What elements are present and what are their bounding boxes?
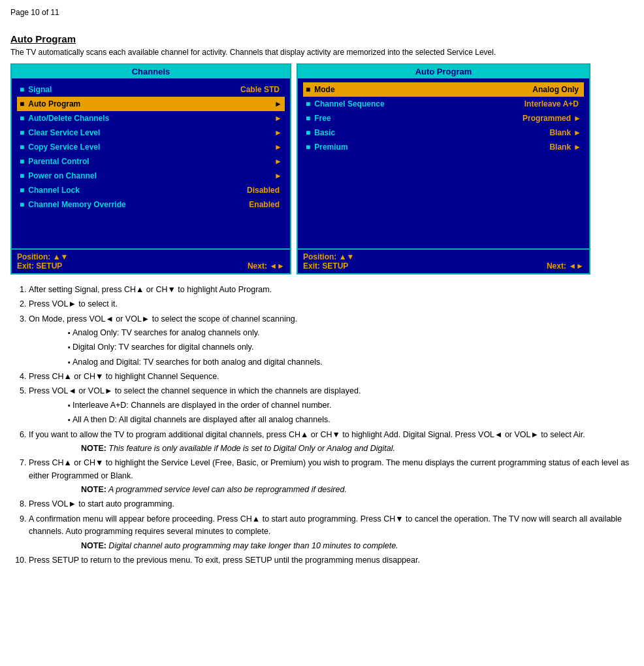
auto-program-footer-position: Position: ▲▼ [303,252,354,261]
section-title: Auto Program [10,33,634,44]
bullet-item: All A then D: All digital channels are d… [68,414,634,426]
menu-bullet: ■ [20,184,24,196]
menu-value: Blank [549,141,571,153]
menu-value: Analog Only [532,84,579,95]
bullet-item: Digital Only: TV searches for digital ch… [68,341,634,354]
step-item: Press CH▲ or CH▼ to highlight Channel Se… [29,371,634,383]
channels-menu-item: ■ Copy Service Level ► [17,140,285,154]
channels-menu-item: ■ Auto/Delete Channels ► [17,111,285,125]
auto-program-menu-item: ■ Channel Sequence Interleave A+D [303,97,584,111]
menu-bullet: ■ [306,127,310,139]
note: NOTE: This feature is only available if … [81,442,634,455]
auto-program-menu-item: ■ Free Programmed ► [303,111,584,125]
channels-menu-item: ■ Signal Cable STD [17,82,285,97]
note: NOTE: A programmed service level can als… [81,484,634,496]
auto-program-menu-item: ■ Premium Blank ► [303,140,584,154]
intro-text: The TV automatically scans each availabl… [10,47,634,58]
menu-bullet: ■ [20,127,24,139]
menu-label: Copy Service Level [28,141,272,153]
channels-footer-position: Position: ▲▼ [17,252,68,261]
menu-bullet: ■ [306,84,310,95]
screens-container: Channels ■ Signal Cable STD ■ Auto Progr… [10,63,634,275]
menu-label: Premium [314,141,549,153]
channels-menu: ■ Signal Cable STD ■ Auto Program ► ■ Au… [12,78,290,248]
menu-label: Channel Memory Override [28,199,249,210]
channels-menu-item: ■ Power on Channel ► [17,169,285,183]
menu-value: Disabled [247,184,280,196]
menu-arrow: ► [274,98,282,110]
menu-bullet: ■ [20,170,24,182]
note-italic: Digital channel auto programming may tak… [106,541,398,550]
auto-program-footer-exit: Exit: SETUP [303,261,348,271]
menu-label: Channel Lock [28,184,247,196]
menu-bullet: ■ [20,84,24,95]
step-item: Press VOL► to start auto programming. [29,498,634,510]
menu-label: Basic [314,127,549,139]
step-item: Press VOL◄ or VOL► to select the channel… [29,385,634,426]
channels-menu-item: ■ Clear Service Level ► [17,125,285,140]
menu-arrow: ► [274,112,282,124]
auto-program-menu: ■ Mode Analog Only ■ Channel Sequence In… [298,78,589,248]
menu-arrow: ► [573,127,581,139]
note-italic: A programmed service level can also be r… [106,485,347,494]
menu-arrow: ► [274,156,282,167]
menu-bullet: ■ [306,98,310,110]
menu-arrow: ► [274,127,282,139]
menu-bullet: ■ [306,112,310,124]
menu-arrow: ► [274,141,282,153]
menu-value: Interleave A+D [524,98,579,110]
menu-label: Mode [314,84,532,95]
bullet-item: Interleave A+D: Channels are displayed i… [68,399,634,412]
channels-screen-title: Channels [12,65,290,78]
step-item: Press CH▲ or CH▼ to highlight the Servic… [29,457,634,496]
menu-label: Auto Program [28,98,272,110]
channels-screen-footer: Position: ▲▼ Exit: SETUP Next: ◄► [12,248,290,273]
channels-footer-next: Next: ◄► [248,261,285,271]
step-item: A confirmation menu will appear before p… [29,513,634,552]
auto-program-screen-footer: Position: ▲▼ Exit: SETUP Next: ◄► [298,248,589,273]
menu-label: Parental Control [28,156,272,167]
bullet-item: Analog Only: TV searches for analog chan… [68,327,634,339]
auto-program-screen-title: Auto Program [298,65,589,78]
menu-bullet: ■ [20,98,24,110]
menu-label: Clear Service Level [28,127,272,139]
step-item: If you want to allow the TV to program a… [29,429,634,456]
menu-bullet: ■ [20,199,24,210]
menu-bullet: ■ [20,112,24,124]
menu-label: Free [314,112,523,124]
channels-footer-exit: Exit: SETUP [17,261,62,271]
step-item: Press SETUP to return to the previous me… [29,554,634,567]
channels-menu-item: ■ Channel Memory Override Enabled [17,197,285,212]
menu-label: Power on Channel [28,170,272,182]
note-bold: NOTE: [81,485,106,494]
menu-arrow: ► [573,141,581,153]
step-item: After setting Signal, press CH▲ or CH▼ t… [29,284,634,296]
channels-menu-item: ■ Auto Program ► [17,97,285,111]
menu-label: Signal [28,84,240,95]
note-bold: NOTE: [81,444,106,453]
menu-arrow: ► [573,112,581,124]
note: NOTE: Digital channel auto programming m… [81,540,634,552]
menu-label: Auto/Delete Channels [28,112,272,124]
auto-program-menu-item: ■ Basic Blank ► [303,125,584,140]
menu-value: Blank [549,127,571,139]
auto-program-screen: Auto Program ■ Mode Analog Only ■ Channe… [297,63,590,275]
channels-menu-item: ■ Parental Control ► [17,154,285,169]
menu-label: Channel Sequence [314,98,524,110]
menu-bullet: ■ [20,141,24,153]
menu-bullet: ■ [20,156,24,167]
menu-bullet: ■ [306,141,310,153]
note-italic: This feature is only available if Mode i… [106,444,395,453]
auto-program-menu-item: ■ Mode Analog Only [303,82,584,97]
channels-screen: Channels ■ Signal Cable STD ■ Auto Progr… [10,63,291,275]
steps-content: After setting Signal, press CH▲ or CH▼ t… [10,284,634,567]
note-bold: NOTE: [81,541,106,550]
menu-value: Enabled [249,199,280,210]
channels-menu-item: ■ Channel Lock Disabled [17,183,285,197]
step-item: On Mode, press VOL◄ or VOL► to select th… [29,313,634,369]
menu-value: Cable STD [240,84,280,95]
menu-arrow: ► [274,170,282,182]
page-number: Page 10 of 11 [10,8,634,17]
menu-value: Programmed [523,112,571,124]
bullet-item: Analog and Digital: TV searches for both… [68,356,634,369]
